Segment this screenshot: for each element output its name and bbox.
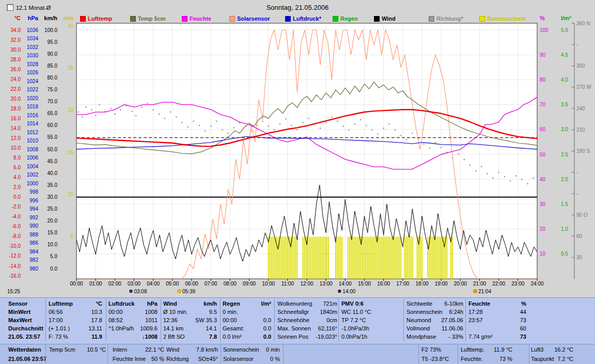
direction-dot <box>458 153 459 154</box>
rain_lm2-tick-label: 1.5 <box>561 201 568 207</box>
sunshine-bar <box>375 236 376 279</box>
rain_lm2-tick-label: 1.0 <box>561 226 568 232</box>
sunshine-bar <box>323 236 324 279</box>
sunshine-bar <box>367 236 368 279</box>
moonrise-icon <box>338 290 341 293</box>
stat-row: 21.05. 23:57 <box>8 333 45 341</box>
sunshine-bar <box>452 236 453 279</box>
pressure_hpa-tick-label: 980 <box>29 266 38 272</box>
direction-tick-label: 60 <box>576 233 583 239</box>
direction-dot <box>320 128 321 129</box>
x-axis-label: 11:00 <box>281 281 294 287</box>
direction-tick-label: 210 <box>576 127 585 133</box>
pressure_hpa-tick-label: 1024 <box>27 78 39 84</box>
sunshine-bar <box>365 236 366 279</box>
column-separator <box>274 298 275 342</box>
stat-label: 12:36 <box>163 316 178 324</box>
x-axis-label: 23:00 <box>511 281 524 287</box>
direction-dot <box>210 125 211 126</box>
direction-dot <box>498 172 499 173</box>
sunshine-bar <box>408 236 409 279</box>
wind_kmh-tick-label: 0.0 <box>50 266 57 272</box>
wind_kmh-tick-label: 40.0 <box>48 170 58 176</box>
column-separator <box>107 344 108 364</box>
stat-label: Luftdruck <box>108 299 135 308</box>
rain_lm2-tick-label: 0.5 <box>561 251 568 257</box>
sunshine-bar <box>295 236 296 279</box>
temp_c-tick-label: 2.0 <box>13 184 21 190</box>
footer-value: 7.8 km/h <box>196 345 218 354</box>
stat-value: 11.9 <box>91 333 102 341</box>
stat-value: 1840m <box>320 308 337 316</box>
sunshine-bar <box>396 236 397 279</box>
humidity_pct-tick-label: 30 <box>540 201 546 207</box>
direction-tick-label: 300 <box>576 63 585 69</box>
temp_c-tick-label: -12.0 <box>9 253 21 259</box>
direction-dot <box>515 175 516 176</box>
sunshine-bar <box>320 236 321 279</box>
sunshine-bar <box>427 236 428 279</box>
direction-dot <box>435 142 436 143</box>
stat-label: PMV 0:6 <box>341 299 364 308</box>
direction-dot <box>527 183 528 184</box>
temp_c-tick-label: 22.0 <box>11 86 21 92</box>
footer-cell-wind: Wind7.8 km/h <box>166 345 218 354</box>
pressure_hpa-tick-label: 988 <box>29 232 38 238</box>
x-axis-label: 24:00 <box>530 281 543 287</box>
sunshine-bar <box>304 236 305 279</box>
stat-label: Vollmond <box>406 324 430 333</box>
wind_kmh-tick-label: 35.0 <box>48 182 58 188</box>
direction-dot <box>354 123 355 124</box>
rain_lm2-tick-label: 2.0 <box>561 177 568 182</box>
stat-value: 7.8 <box>209 333 217 341</box>
stat-value: 62,116° <box>318 324 337 333</box>
sunshine-bar <box>435 236 436 279</box>
stat-value: hPa <box>147 299 158 308</box>
direction-dot <box>464 159 465 160</box>
rain_lm2-tick-label: 4.5 <box>561 52 568 58</box>
direction-dot <box>383 128 384 129</box>
sunshine-bar <box>349 236 350 279</box>
sun-axis-header: min <box>63 15 73 21</box>
marker-time-label: 03:08 <box>134 289 147 294</box>
direction-dot <box>492 178 493 179</box>
stat-value: km/h <box>203 299 217 308</box>
stat-row: Durchschnitt <box>8 324 45 333</box>
pressure_hpa-tick-label: 1036 <box>27 27 39 33</box>
sunshine-bar <box>389 236 390 279</box>
pressure_hpa-tick-label: 1020 <box>27 96 39 101</box>
direction-dot <box>302 122 303 123</box>
sunshine-bar <box>355 236 356 279</box>
stat-value: 6:24h <box>449 308 463 316</box>
wind_kmh-tick-label: 55.0 <box>48 134 58 140</box>
sunshine-bar <box>270 236 271 279</box>
direction-dot <box>99 104 100 105</box>
sunshine-bar <box>348 236 349 279</box>
sunshine-bar <box>380 236 381 279</box>
column-separator <box>465 298 466 342</box>
marker-time-label: 14:00 <box>342 289 355 294</box>
stats-column-3: Windkm/hØ 10 min.9.512:36SW 35.314.1 km1… <box>163 299 217 341</box>
stat-label: Wolkenunterg <box>277 299 312 308</box>
footer-cell-richtung: RichtungSO±45° <box>166 355 218 363</box>
footer-cell-taupunkt: Taupunkt7.2 °C <box>531 355 573 363</box>
stat-row: Lufttemp°C <box>49 299 102 308</box>
moonrise-time-label: 15:25 <box>7 289 20 294</box>
sunshine-bar <box>432 236 433 279</box>
direction-dot <box>475 170 476 171</box>
x-axis-label: 20:00 <box>454 281 467 287</box>
temp_c-tick-label: 28.0 <box>11 57 21 62</box>
stat-row: Sensor <box>8 299 45 308</box>
column-separator <box>418 344 419 364</box>
footer-label: Solarsensor <box>223 355 254 363</box>
temp_c-tick-label: -6.0 <box>12 224 21 229</box>
footer-value: 10.5 °C <box>87 345 106 354</box>
footer-label: Temp 5cm <box>49 345 75 354</box>
stat-row: Mondphase- 33% <box>406 333 463 341</box>
direction-dot <box>193 121 194 122</box>
sunshine-bar <box>312 236 313 279</box>
stat-row: 0.0hPa/1h <box>341 333 399 341</box>
stat-row: Neumond27.05.06 <box>406 316 463 324</box>
weather-station-window: 12.1 Monat-Ø Sonntag, 21.05.2006 Lufttem… <box>0 0 595 364</box>
sunshine_min-tick-label: 20 <box>68 107 74 113</box>
